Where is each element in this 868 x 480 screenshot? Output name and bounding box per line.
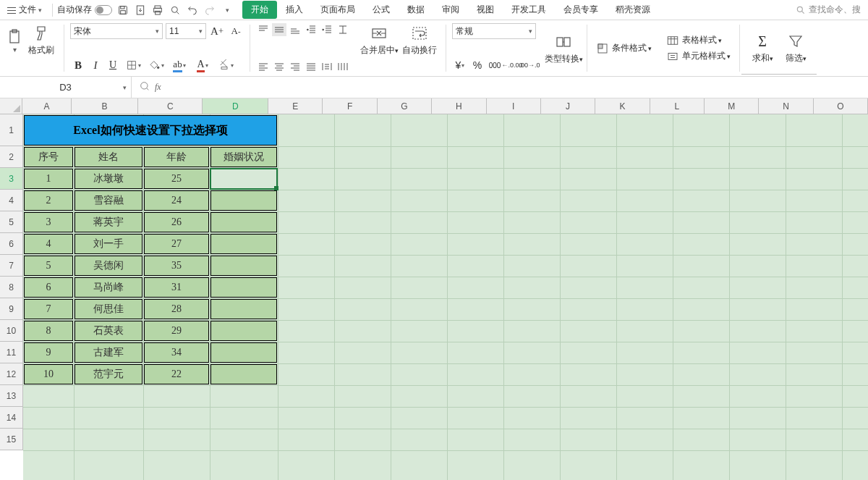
row-header[interactable]: 6 bbox=[0, 233, 23, 254]
table-cell[interactable]: 26 bbox=[144, 212, 209, 232]
table-cell[interactable] bbox=[210, 342, 277, 363]
row-header[interactable]: 2 bbox=[0, 146, 23, 167]
decrease-decimal-button[interactable]: .00→.0 bbox=[522, 57, 537, 73]
table-cell[interactable]: 雪容融 bbox=[75, 190, 142, 211]
dropdown-icon[interactable] bbox=[139, 80, 150, 94]
font-name-select[interactable]: 宋体▾ bbox=[70, 23, 163, 39]
column-header[interactable]: F bbox=[323, 98, 377, 114]
tab-6[interactable]: 视图 bbox=[468, 1, 503, 19]
row-header[interactable]: 4 bbox=[0, 190, 23, 211]
table-cell[interactable] bbox=[210, 256, 277, 276]
row-header[interactable]: 8 bbox=[0, 277, 23, 298]
tab-5[interactable]: 审阅 bbox=[433, 1, 468, 19]
table-header-cell[interactable]: 年龄 bbox=[144, 147, 209, 167]
align-center-button[interactable] bbox=[272, 60, 286, 73]
sum-button[interactable]: Σ 求和▾ bbox=[746, 32, 779, 64]
font-size-select[interactable]: 11▾ bbox=[166, 23, 206, 39]
tab-8[interactable]: 会员专享 bbox=[555, 1, 607, 19]
table-cell[interactable]: 9 bbox=[24, 342, 73, 363]
column-header[interactable]: H bbox=[432, 98, 486, 114]
underline-button[interactable]: U bbox=[105, 57, 121, 73]
table-cell[interactable]: 8 bbox=[24, 321, 73, 341]
distribute-button[interactable] bbox=[320, 60, 334, 73]
table-cell[interactable]: 28 bbox=[144, 299, 209, 319]
table-cell[interactable] bbox=[210, 321, 277, 341]
search-box[interactable]: 查找命令、搜 bbox=[791, 4, 865, 16]
row-header[interactable]: 14 bbox=[0, 407, 23, 428]
column-header[interactable]: D bbox=[203, 98, 268, 114]
tab-9[interactable]: 稻壳资源 bbox=[607, 1, 659, 19]
column-header[interactable]: E bbox=[268, 98, 323, 114]
preview-icon[interactable] bbox=[169, 4, 182, 17]
column-header[interactable]: L bbox=[650, 98, 705, 114]
comma-button[interactable]: 000 bbox=[487, 57, 503, 73]
select-all-corner[interactable] bbox=[0, 98, 22, 114]
table-cell[interactable] bbox=[210, 364, 277, 384]
more-quick-icon[interactable]: ▾ bbox=[221, 4, 234, 17]
autosave-toggle[interactable]: 自动保存 bbox=[56, 4, 114, 16]
table-cell[interactable]: 24 bbox=[144, 190, 209, 211]
number-format-select[interactable]: 常规▾ bbox=[452, 23, 536, 39]
print-icon[interactable] bbox=[151, 4, 164, 17]
row-header[interactable]: 9 bbox=[0, 298, 23, 319]
orientation-button[interactable] bbox=[336, 23, 350, 36]
column-header[interactable]: C bbox=[138, 98, 203, 114]
column-header[interactable]: A bbox=[22, 98, 72, 114]
table-cell[interactable] bbox=[210, 234, 277, 254]
align-middle-button[interactable] bbox=[272, 23, 286, 36]
tab-3[interactable]: 公式 bbox=[364, 1, 399, 19]
format-painter-button[interactable]: 格式刷 bbox=[25, 23, 58, 56]
table-header-cell[interactable]: 姓名 bbox=[75, 147, 142, 167]
table-cell[interactable] bbox=[210, 277, 277, 298]
name-box[interactable]: D3 ▾ bbox=[0, 77, 132, 98]
bold-button[interactable]: B bbox=[70, 57, 86, 73]
tab-1[interactable]: 插入 bbox=[277, 1, 312, 19]
table-cell[interactable]: 蒋英宇 bbox=[75, 212, 142, 232]
table-cell[interactable]: 10 bbox=[24, 364, 73, 384]
increase-indent-button[interactable] bbox=[320, 23, 334, 36]
table-cell[interactable]: 何思佳 bbox=[75, 299, 142, 319]
column-header[interactable]: G bbox=[378, 98, 432, 114]
table-header-cell[interactable]: 序号 bbox=[24, 147, 73, 167]
column-header[interactable]: K bbox=[595, 98, 650, 114]
align-left-button[interactable] bbox=[256, 60, 271, 73]
table-cell[interactable]: 25 bbox=[144, 169, 209, 189]
increase-font-button[interactable]: A+ bbox=[209, 23, 225, 39]
table-cell[interactable]: 3 bbox=[24, 212, 73, 232]
table-cell[interactable] bbox=[210, 212, 277, 232]
title-cell[interactable]: Excel如何快速设置下拉选择项 bbox=[24, 115, 277, 146]
table-cell[interactable]: 1 bbox=[24, 169, 73, 189]
row-header[interactable]: 3 bbox=[0, 168, 23, 189]
tab-7[interactable]: 开发工具 bbox=[503, 1, 555, 19]
table-header-cell[interactable]: 婚姻状况 bbox=[210, 147, 277, 167]
table-cell[interactable]: 古建军 bbox=[75, 342, 142, 363]
table-cell[interactable]: 范宇元 bbox=[75, 364, 142, 384]
column-header[interactable]: B bbox=[72, 98, 139, 114]
table-cell[interactable] bbox=[210, 190, 277, 211]
table-cell[interactable]: 7 bbox=[24, 299, 73, 319]
table-style-button[interactable]: 表格样式▾ bbox=[663, 33, 733, 49]
column-header[interactable]: J bbox=[541, 98, 595, 114]
fx-icon[interactable]: fx bbox=[155, 82, 161, 93]
highlight-button[interactable]: ab▾ bbox=[169, 57, 190, 73]
font-color-button[interactable]: A▾ bbox=[192, 57, 213, 73]
table-cell[interactable]: 27 bbox=[144, 234, 209, 254]
table-cell[interactable]: 6 bbox=[24, 277, 73, 298]
row-header[interactable]: 12 bbox=[0, 363, 23, 384]
special-align-button[interactable] bbox=[336, 60, 350, 73]
table-cell[interactable]: 吴德闲 bbox=[75, 256, 142, 276]
table-cell[interactable]: 5 bbox=[24, 256, 73, 276]
table-cell[interactable]: 35 bbox=[144, 256, 209, 276]
row-header[interactable]: 10 bbox=[0, 320, 23, 341]
table-cell[interactable] bbox=[210, 299, 277, 319]
file-menu-button[interactable]: 文件 ▾ bbox=[3, 2, 49, 17]
align-bottom-button[interactable] bbox=[288, 23, 302, 36]
decrease-indent-button[interactable] bbox=[304, 23, 318, 36]
table-cell[interactable]: 4 bbox=[24, 234, 73, 254]
table-cell[interactable]: 2 bbox=[24, 190, 73, 211]
table-cell[interactable]: 34 bbox=[144, 342, 209, 363]
align-top-button[interactable] bbox=[256, 23, 271, 36]
output-icon[interactable] bbox=[134, 4, 147, 17]
fill-handle[interactable] bbox=[274, 186, 278, 190]
undo-icon[interactable] bbox=[186, 4, 199, 17]
